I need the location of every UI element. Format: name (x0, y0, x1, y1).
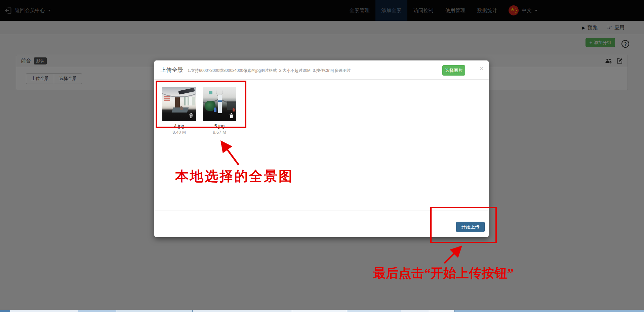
taskbar-segment[interactable] (0, 310, 10, 312)
file-item: 5.jpg 8.67 M (203, 87, 236, 211)
screen: 返回会员中心 全景管理 添加全景 访问控制 使用管理 数据统计 ★ ★ ★ ★ … (0, 0, 644, 312)
taskbar-segment[interactable] (429, 310, 454, 312)
taskbar-segment[interactable] (454, 310, 644, 312)
taskbar-segment[interactable] (78, 310, 116, 312)
file-name: 5.jpg (203, 123, 236, 129)
start-upload-button[interactable]: 开始上传 (456, 222, 485, 232)
file-item: 4.jpg 8.40 M (162, 87, 196, 211)
choose-images-button[interactable]: 选择图片 (442, 65, 465, 76)
taskbar-segment[interactable] (347, 310, 401, 312)
taskbar-segment[interactable] (10, 310, 78, 312)
file-size: 8.40 M (162, 130, 196, 135)
taskbar-segment[interactable] (192, 310, 292, 312)
panorama-thumbnail-1[interactable] (162, 87, 196, 121)
close-icon[interactable]: × (479, 65, 484, 72)
taskbar-segment[interactable] (401, 310, 429, 312)
art-shape (214, 107, 216, 112)
panorama-thumbnail-2[interactable] (203, 87, 236, 121)
art-shape (164, 96, 170, 101)
art-shape (184, 97, 195, 106)
delete-trash-icon[interactable] (229, 113, 234, 119)
modal-body: 4.jpg 8.40 M 5.jpg 8.67 M (154, 80, 489, 211)
upload-requirements-text: 1.支持6000×3000或8000x4000像素的jpg图片格式 2.大小不超… (188, 68, 351, 74)
os-taskbar-sliver[interactable] (0, 310, 644, 312)
art-shape (180, 106, 183, 110)
modal-footer: 开始上传 (154, 211, 489, 237)
taskbar-segment[interactable] (116, 310, 192, 312)
delete-trash-icon[interactable] (189, 113, 194, 119)
taskbar-segment[interactable] (292, 310, 347, 312)
art-shape (218, 95, 222, 113)
modal-header: 上传全景 1.支持6000×3000或8000x4000像素的jpg图片格式 2… (154, 60, 489, 80)
upload-panorama-modal: 上传全景 1.支持6000×3000或8000x4000像素的jpg图片格式 2… (154, 60, 489, 237)
art-shape (209, 91, 212, 94)
art-shape (227, 101, 236, 110)
modal-title: 上传全景 (160, 66, 183, 74)
file-name: 4.jpg (162, 123, 196, 129)
file-size: 8.67 M (203, 130, 236, 135)
art-shape (233, 108, 235, 112)
